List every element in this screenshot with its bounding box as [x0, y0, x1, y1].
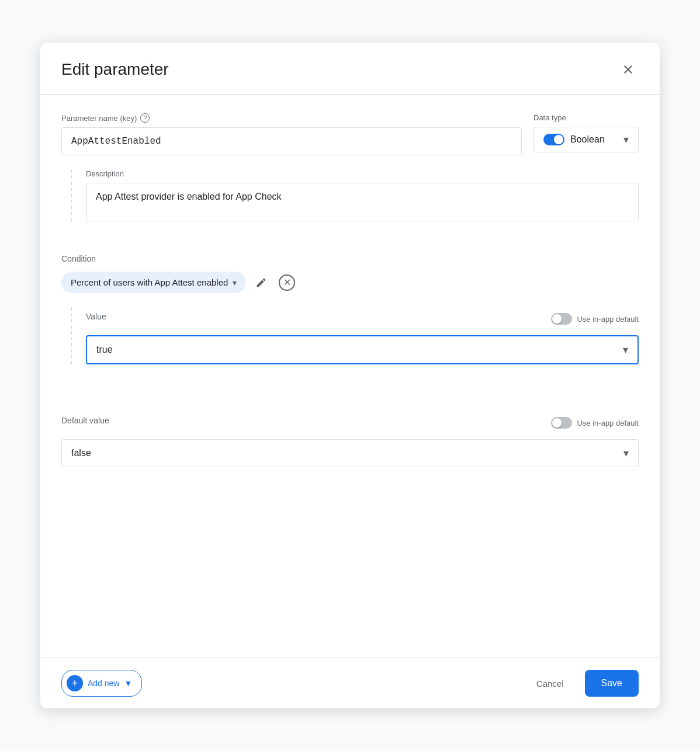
default-use-in-app-default-toggle[interactable] [551, 417, 572, 429]
default-value-section: Default value Use in-app default false ▾ [61, 411, 639, 467]
value-chevron-icon: ▾ [623, 343, 628, 356]
condition-label: Condition [61, 254, 639, 263]
description-section: Description App Attest provider is enabl… [71, 169, 639, 221]
add-new-arrow-icon: ▼ [124, 679, 132, 688]
value-row: Value Use in-app default [86, 307, 639, 331]
use-in-app-default-toggle[interactable] [551, 313, 572, 325]
help-icon[interactable]: ? [140, 113, 150, 123]
default-value-label: Default value [61, 416, 109, 425]
cancel-button[interactable]: Cancel [527, 673, 573, 694]
description-group: Description App Attest provider is enabl… [86, 169, 639, 221]
value-selected: true [96, 345, 617, 355]
remove-condition-button[interactable]: ✕ [276, 272, 297, 293]
use-in-app-default-label: Use in-app default [577, 315, 639, 324]
dialog-title: Edit parameter [61, 60, 169, 79]
edit-condition-button[interactable] [253, 274, 269, 291]
description-label: Description [86, 169, 639, 178]
value-label: Value [86, 312, 106, 321]
data-type-select[interactable]: Boolean ▾ [533, 127, 639, 152]
default-value-select[interactable]: false ▾ [61, 439, 639, 467]
add-new-label: Add new [88, 679, 119, 688]
edit-parameter-dialog: Edit parameter Parameter name (key) ? Da… [40, 43, 660, 708]
default-chevron-icon: ▾ [623, 447, 629, 460]
default-value-row: Default value Use in-app default [61, 411, 639, 434]
plus-icon: + [67, 675, 83, 691]
footer-actions: Cancel Save [527, 670, 639, 697]
dialog-header: Edit parameter [40, 43, 660, 95]
dialog-body: Parameter name (key) ? Data type Boolean… [40, 95, 660, 658]
value-section: Value Use in-app default true ▾ [71, 307, 639, 364]
condition-chip-arrow-icon: ▾ [233, 278, 237, 287]
condition-chip-text: Percent of users with App Attest enabled [71, 277, 228, 287]
default-use-in-app-default-label: Use in-app default [577, 419, 639, 427]
value-select[interactable]: true ▾ [86, 335, 639, 364]
close-icon [621, 62, 635, 77]
boolean-toggle-icon [543, 134, 564, 145]
condition-chip[interactable]: Percent of users with App Attest enabled… [61, 272, 246, 293]
data-type-value: Boolean [570, 134, 605, 145]
circle-x-icon: ✕ [279, 274, 295, 291]
parameter-name-input[interactable] [61, 127, 522, 155]
data-type-label: Data type [533, 113, 639, 122]
dialog-footer: + Add new ▼ Cancel Save [40, 658, 660, 708]
description-input[interactable]: App Attest provider is enabled for App C… [86, 183, 639, 221]
default-value-selected: false [71, 448, 618, 458]
condition-row: Percent of users with App Attest enabled… [61, 272, 639, 293]
data-type-chevron-icon: ▾ [623, 133, 629, 146]
parameter-name-row: Parameter name (key) ? Data type Boolean… [61, 113, 639, 155]
close-button[interactable] [618, 59, 639, 80]
parameter-name-label: Parameter name (key) ? [61, 113, 522, 123]
data-type-group: Data type Boolean ▾ [533, 113, 639, 152]
use-in-app-default-row: Use in-app default [551, 313, 639, 325]
save-button[interactable]: Save [585, 670, 639, 697]
parameter-name-group: Parameter name (key) ? [61, 113, 522, 155]
default-use-in-app-default-row: Use in-app default [551, 417, 639, 429]
add-new-button[interactable]: + Add new ▼ [61, 670, 142, 697]
condition-section: Condition Percent of users with App Atte… [61, 254, 639, 364]
pencil-icon [255, 277, 267, 288]
